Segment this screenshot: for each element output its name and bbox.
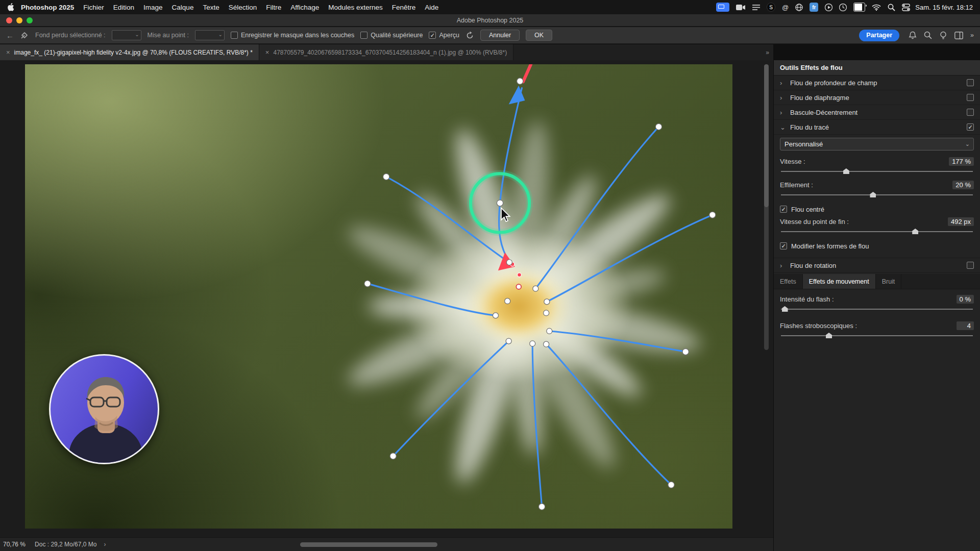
menubar-item-fenetre[interactable]: Fenêtre bbox=[387, 4, 421, 11]
spin-blur-checkbox[interactable]: ✓ bbox=[967, 262, 974, 269]
network-globe-icon[interactable] bbox=[795, 3, 803, 12]
preview-checkbox[interactable]: ✓ bbox=[429, 32, 436, 39]
close-tab-icon[interactable]: × bbox=[265, 48, 270, 56]
preview-checkbox-row[interactable]: ✓ Aperçu bbox=[429, 32, 459, 39]
quality-checkbox[interactable]: ✓ bbox=[360, 32, 368, 39]
document-tab-inactive[interactable]: × 478705579_4020676598173334_67037045142… bbox=[259, 44, 513, 60]
section-path-blur[interactable]: ⌄ Flou du tracé ✓ bbox=[774, 120, 980, 135]
reset-icon[interactable] bbox=[465, 31, 474, 40]
shazam-icon[interactable]: S bbox=[767, 3, 775, 12]
tab-bruit[interactable]: Bruit bbox=[876, 274, 902, 289]
disclosure-icon[interactable]: › bbox=[780, 109, 786, 116]
menubar-item-filtre[interactable]: Filtre bbox=[261, 4, 286, 11]
field-blur-checkbox[interactable]: ✓ bbox=[967, 79, 974, 86]
wifi-icon[interactable] bbox=[872, 3, 881, 12]
slider-thumb[interactable] bbox=[843, 168, 849, 174]
taper-slider[interactable] bbox=[781, 191, 973, 198]
control-center-icon[interactable] bbox=[902, 3, 910, 12]
tab-overflow-icon[interactable]: » bbox=[762, 44, 773, 60]
disclosure-icon[interactable]: › bbox=[780, 94, 786, 102]
battery-icon[interactable] bbox=[853, 3, 865, 12]
slider-thumb[interactable] bbox=[912, 229, 918, 234]
menubar-item-photoshop[interactable]: Photoshop 2025 bbox=[16, 4, 79, 11]
menubar-item-aide[interactable]: Aide bbox=[420, 4, 443, 11]
chevron-down-icon: ⌄ bbox=[218, 32, 223, 37]
edit-shapes-checkbox[interactable]: ✓ bbox=[780, 242, 787, 249]
menubar-item-texte[interactable]: Texte bbox=[198, 4, 224, 11]
apple-menu-icon[interactable] bbox=[7, 3, 14, 11]
disclosure-icon[interactable]: › bbox=[780, 262, 786, 269]
taper-value[interactable]: 20 % bbox=[952, 181, 974, 189]
disclosure-icon[interactable]: ⌄ bbox=[780, 123, 786, 131]
tab-effets-mouvement[interactable]: Effets de mouvement bbox=[803, 274, 876, 289]
share-button[interactable]: Partager bbox=[859, 30, 899, 41]
flash-intensity-value[interactable]: 0 % bbox=[957, 295, 974, 304]
clock-widget-icon[interactable] bbox=[839, 3, 847, 12]
menubar-item-modules[interactable]: Modules externes bbox=[324, 4, 387, 11]
menubar-item-selection[interactable]: Sélection bbox=[224, 4, 262, 11]
back-arrow-icon[interactable]: ← bbox=[6, 31, 14, 40]
disclosure-icon[interactable]: › bbox=[780, 79, 786, 87]
at-sign-icon[interactable]: @ bbox=[782, 3, 789, 12]
speed-value[interactable]: 177 % bbox=[949, 157, 974, 166]
tab-effets[interactable]: Effets bbox=[774, 274, 803, 289]
path-blur-overlay[interactable] bbox=[25, 64, 732, 529]
spotlight-search-icon[interactable] bbox=[888, 3, 895, 12]
menubar-item-affichage[interactable]: Affichage bbox=[286, 4, 324, 11]
search-icon[interactable] bbox=[924, 31, 932, 39]
section-iris-blur[interactable]: › Flou de diaphragme ✓ bbox=[774, 90, 980, 105]
iris-blur-checkbox[interactable]: ✓ bbox=[967, 94, 974, 101]
menubar-clock[interactable]: Sam. 15 févr. 18:12 bbox=[915, 4, 973, 11]
workspace-panels-icon[interactable] bbox=[954, 32, 963, 39]
menubar-item-edition[interactable]: Edition bbox=[109, 4, 139, 11]
end-speed-slider[interactable] bbox=[781, 228, 973, 235]
input-source-icon[interactable]: fr bbox=[810, 3, 818, 12]
blur-path bbox=[393, 341, 509, 456]
centered-blur-row[interactable]: ✓ Flou centré bbox=[780, 203, 974, 216]
cancel-button[interactable]: Annuler bbox=[480, 30, 520, 41]
path-blur-checkbox[interactable]: ✓ bbox=[967, 123, 974, 131]
path-endpoint bbox=[390, 453, 396, 459]
slider-thumb[interactable] bbox=[826, 333, 832, 338]
panel-overflow-icon[interactable]: » bbox=[970, 32, 974, 39]
section-tilt-shift[interactable]: › Bascule-Décentrement ✓ bbox=[774, 105, 980, 120]
notes-list-icon[interactable] bbox=[752, 3, 760, 12]
path-endpoint bbox=[383, 173, 389, 180]
blur-pin-tool-icon[interactable] bbox=[20, 31, 29, 40]
end-speed-value[interactable]: 492 px bbox=[948, 217, 974, 226]
menubar-item-image[interactable]: Image bbox=[139, 4, 167, 11]
lightbulb-icon[interactable] bbox=[939, 31, 947, 40]
save-mask-checkbox-row[interactable]: ✓ Enregistrer le masque dans les couches bbox=[231, 32, 354, 39]
flash-intensity-slider[interactable] bbox=[781, 306, 973, 313]
strobe-flashes-value[interactable]: 4 bbox=[957, 321, 974, 330]
focus-field[interactable]: ⌄ bbox=[195, 30, 225, 40]
tilt-shift-checkbox[interactable]: ✓ bbox=[967, 109, 974, 116]
document-image[interactable] bbox=[25, 64, 732, 529]
status-chevron-icon[interactable]: › bbox=[104, 541, 106, 548]
horizontal-scrollbar[interactable] bbox=[300, 542, 437, 547]
speed-slider[interactable] bbox=[781, 168, 973, 175]
slider-thumb[interactable] bbox=[870, 192, 876, 197]
menubar-item-calque[interactable]: Calque bbox=[167, 4, 199, 11]
vertical-scrollbar[interactable] bbox=[764, 64, 769, 350]
menubar-item-fichier[interactable]: Fichier bbox=[79, 4, 109, 11]
bell-icon[interactable] bbox=[909, 31, 917, 40]
zoom-level[interactable]: 70,76 % bbox=[3, 541, 26, 548]
document-tab-active[interactable]: × image_fx_ (21)-gigapixel-high fidelity… bbox=[0, 44, 259, 60]
canvas-area[interactable]: 70,76 % Doc : 29,2 Mo/67,0 Mo › bbox=[0, 60, 773, 551]
ok-button[interactable]: OK bbox=[526, 30, 552, 41]
path-blur-preset-select[interactable]: Personnalisé ⌄ bbox=[780, 138, 974, 151]
save-mask-checkbox[interactable]: ✓ bbox=[231, 32, 238, 39]
edit-shapes-row[interactable]: ✓ Modifier les formes de flou bbox=[780, 239, 974, 253]
section-field-blur[interactable]: › Flou de profondeur de champ ✓ bbox=[774, 76, 980, 90]
section-spin-blur[interactable]: › Flou de rotation ✓ bbox=[774, 258, 980, 273]
close-tab-icon[interactable]: × bbox=[6, 48, 10, 56]
centered-blur-checkbox[interactable]: ✓ bbox=[780, 206, 787, 213]
screen-mirroring-icon[interactable] bbox=[716, 3, 729, 12]
slider-thumb[interactable] bbox=[782, 306, 788, 312]
camera-icon[interactable] bbox=[736, 3, 746, 12]
strobe-flashes-slider[interactable] bbox=[781, 332, 973, 339]
now-playing-icon[interactable] bbox=[825, 3, 832, 12]
quality-checkbox-row[interactable]: ✓ Qualité supérieure bbox=[360, 32, 423, 39]
blend-field[interactable]: ⌄ bbox=[112, 30, 141, 40]
